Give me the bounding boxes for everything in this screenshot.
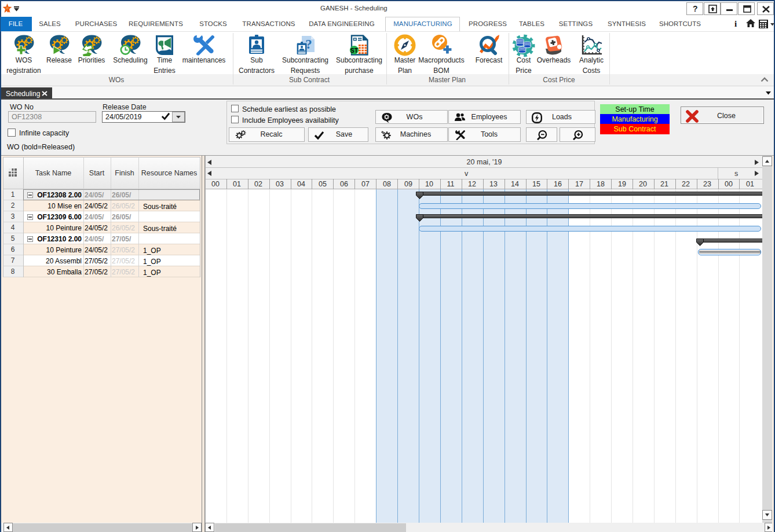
svg-text:ST: ST <box>350 47 359 54</box>
